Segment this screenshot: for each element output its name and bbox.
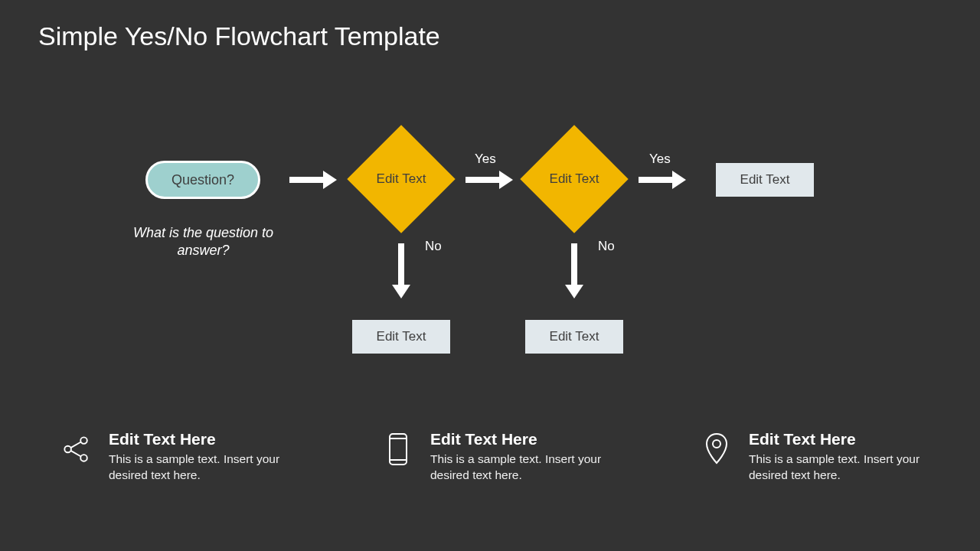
yes-label-1: Yes <box>475 152 496 167</box>
footer-item-1-title: Edit Text Here <box>109 430 285 448</box>
arrow-right-icon <box>289 177 326 183</box>
result-node-no-2: Edit Text <box>525 320 623 354</box>
yes-label-2: Yes <box>649 152 671 167</box>
decision-node-2: Edit Text <box>520 125 628 233</box>
decision-node-1-label: Edit Text <box>363 141 439 217</box>
footer-item-2-body: This is a sample text. Insert your desir… <box>430 452 606 484</box>
svg-point-1 <box>64 446 71 453</box>
svg-point-2 <box>80 455 87 461</box>
start-node: Question? <box>145 161 260 199</box>
footer-item-3: Edit Text Here This is a sample text. In… <box>701 430 925 484</box>
phone-icon <box>383 430 413 468</box>
start-caption: What is the question to answer? <box>121 224 286 260</box>
result-node-end-label: Edit Text <box>740 172 790 187</box>
no-label-2: No <box>598 239 615 254</box>
decision-node-2-label: Edit Text <box>536 141 612 217</box>
arrow-down-icon <box>398 243 404 288</box>
share-icon <box>61 430 92 468</box>
decision-node-1: Edit Text <box>347 125 455 233</box>
svg-point-8 <box>713 440 720 448</box>
result-node-no-1-label: Edit Text <box>377 329 426 344</box>
svg-line-4 <box>70 451 80 457</box>
result-node-no-2-label: Edit Text <box>550 329 599 344</box>
result-node-end: Edit Text <box>716 163 814 197</box>
result-node-no-1: Edit Text <box>352 320 450 354</box>
footer-item-3-body: This is a sample text. Insert your desir… <box>749 452 925 484</box>
arrow-down-icon <box>571 243 577 288</box>
arrow-right-icon <box>639 177 675 183</box>
footer-item-1: Edit Text Here This is a sample text. In… <box>61 430 285 484</box>
arrow-right-icon <box>466 177 502 183</box>
footer-item-2: Edit Text Here This is a sample text. In… <box>383 430 606 484</box>
location-pin-icon <box>701 430 732 468</box>
footer-item-1-body: This is a sample text. Insert your desir… <box>109 452 285 484</box>
svg-line-3 <box>70 442 80 448</box>
footer-item-2-title: Edit Text Here <box>430 430 606 448</box>
footer-item-3-title: Edit Text Here <box>749 430 925 448</box>
svg-point-0 <box>80 437 87 444</box>
start-node-label: Question? <box>172 172 234 188</box>
no-label-1: No <box>425 239 442 254</box>
